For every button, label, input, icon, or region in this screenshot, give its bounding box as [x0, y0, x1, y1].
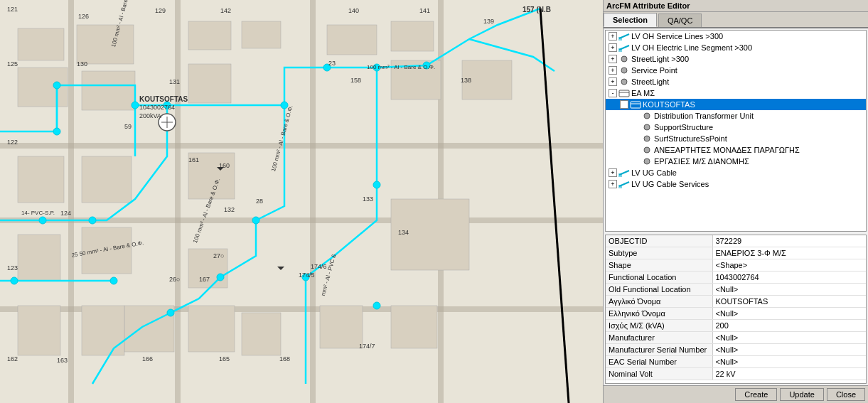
tab-selection[interactable]: Selection	[604, 13, 657, 27]
svg-rect-26	[242, 313, 281, 355]
tree-item[interactable]: +Service Point	[606, 65, 866, 76]
svg-rect-13	[82, 71, 135, 110]
tree-toggle[interactable]: -	[620, 100, 628, 109]
panel-title: ArcFM Attribute Editor	[606, 1, 690, 10]
attr-field: Manufacturer Serial Number	[606, 344, 712, 356]
svg-rect-20	[82, 156, 132, 203]
svg-rect-9	[188, 21, 231, 50]
attr-table: OBJECTID372229SubtypeΕΝΑΕΡΙΟΣ 3-Φ Μ/ΣSha…	[606, 235, 866, 380]
svg-rect-21	[188, 153, 235, 199]
svg-point-50	[11, 277, 18, 284]
create-button[interactable]: Create	[735, 388, 777, 401]
svg-point-37	[281, 102, 288, 109]
svg-point-62	[621, 56, 627, 62]
tree-icon-point	[618, 54, 630, 64]
svg-point-71	[644, 136, 650, 141]
tree-panel[interactable]: +LV OH Service Lines >300+LV OH Electric…	[605, 30, 867, 232]
tree-toggle[interactable]: +	[609, 77, 617, 86]
tree-item[interactable]: +LV UG Cable Services	[606, 178, 866, 190]
attr-row: Manufacturer<Null>	[606, 332, 866, 344]
svg-rect-11	[327, 25, 377, 55]
svg-point-45	[302, 274, 309, 281]
tree-item[interactable]: -KOUTSOFTAS	[606, 99, 866, 110]
svg-rect-61	[618, 48, 622, 52]
svg-marker-57	[277, 267, 284, 270]
svg-rect-25	[188, 306, 235, 352]
svg-rect-29	[18, 306, 60, 355]
map-area[interactable]: 121 126 129 142 140 141 139 157 (N.B 125…	[0, 0, 603, 403]
svg-point-48	[110, 277, 117, 284]
svg-rect-77	[618, 185, 622, 188]
svg-point-72	[644, 147, 650, 153]
svg-point-43	[217, 274, 224, 281]
tree-item-label: StreetLight	[631, 77, 669, 86]
svg-rect-67	[631, 102, 641, 108]
svg-rect-31	[82, 306, 124, 355]
attr-value: 1043002764	[712, 272, 866, 284]
tree-item[interactable]: SupportStructure	[606, 122, 866, 133]
tree-item[interactable]: +LV OH Service Lines >300	[606, 31, 866, 42]
svg-rect-15	[188, 64, 231, 103]
attr-field: Αγγλικό Όνομα	[606, 296, 712, 308]
close-button[interactable]: Close	[827, 388, 865, 401]
svg-point-70	[644, 124, 650, 130]
right-panel: ArcFM Attribute Editor Selection QA/QC +…	[603, 0, 868, 403]
tree-toggle[interactable]: +	[609, 168, 617, 177]
tree-item[interactable]: ΑΝΕΞΑΡΤΗΤΕΣ ΜΟΝΑΔΕΣ ΠΑΡΑΓΩΓΗΣ	[606, 144, 866, 156]
tree-item[interactable]: ΕΡΓΑΣΙΕΣ Μ/Σ ΔΙΑΝΟΜΗΣ	[606, 156, 866, 167]
attr-value: <Null>	[712, 356, 866, 368]
svg-point-40	[323, 64, 331, 71]
attr-field: Old Functional Location	[606, 284, 712, 296]
tree-item[interactable]: SurfStructureSsPoint	[606, 133, 866, 144]
tree-item[interactable]: +LV UG Cable	[606, 167, 866, 178]
svg-point-46	[373, 181, 380, 188]
tree-icon-point	[618, 77, 630, 87]
svg-rect-19	[18, 156, 64, 203]
tree-item-label: ΑΝΕΞΑΡΤΗΤΕΣ ΜΟΝΑΔΕΣ ΠΑΡΑΓΩΓΗΣ	[654, 146, 800, 154]
tree-toggle[interactable]: +	[609, 180, 617, 188]
svg-point-47	[39, 217, 46, 224]
tree-item[interactable]: +StreetLight	[606, 76, 866, 87]
tree-item-label: KOUTSOFTAS	[643, 100, 695, 109]
svg-point-51	[373, 302, 380, 309]
tree-item-label: ΕΡΓΑΣΙΕΣ Μ/Σ ΔΙΑΝΟΜΗΣ	[654, 157, 749, 166]
attr-value: 22 kV	[712, 368, 866, 380]
tree-icon-group	[618, 88, 630, 98]
tree-toggle[interactable]: +	[609, 66, 617, 75]
tree-item[interactable]: -ΕΑ ΜΣ	[606, 87, 866, 99]
tree-item[interactable]: Distribution Transformer Unit	[606, 110, 866, 122]
svg-point-39	[164, 102, 171, 109]
tree-item[interactable]: +StreetLight >300	[606, 53, 866, 65]
attr-row: Functional Location1043002764	[606, 272, 866, 284]
attr-row: Ισχύς Μ/Σ (kVA)200	[606, 320, 866, 332]
svg-rect-17	[462, 60, 512, 100]
svg-rect-18	[391, 199, 469, 270]
tab-qaqc[interactable]: QA/QC	[658, 14, 702, 27]
tree-item-label: LV OH Electric Line Segment >300	[631, 43, 752, 52]
tree-item-label: StreetLight >300	[631, 55, 689, 63]
svg-rect-24	[124, 306, 174, 352]
tree-toggle[interactable]: +	[609, 32, 617, 41]
attr-panel[interactable]: OBJECTID372229SubtypeΕΝΑΕΡΙΟΣ 3-Φ Μ/ΣSha…	[605, 235, 867, 384]
svg-point-36	[53, 82, 60, 89]
attr-row: EAC Serial Number<Null>	[606, 356, 866, 368]
svg-line-52	[540, 9, 569, 403]
tree-item[interactable]: +LV OH Electric Line Segment >300	[606, 42, 866, 53]
attr-field: EAC Serial Number	[606, 356, 712, 368]
attr-field: Manufacturer	[606, 332, 712, 344]
attr-row: Αγγλικό ΌνομαKOUTSOFTAS	[606, 296, 866, 308]
svg-point-64	[621, 79, 627, 85]
tree-icon-line	[618, 179, 630, 189]
attr-row: SubtypeΕΝΑΕΡΙΟΣ 3-Φ Μ/Σ	[606, 247, 866, 259]
attr-field: Subtype	[606, 247, 712, 259]
tree-item-label: SurfStructureSsPoint	[654, 134, 727, 143]
tree-toggle[interactable]: -	[609, 89, 617, 97]
update-button[interactable]: Update	[780, 388, 823, 401]
tree-toggle[interactable]: +	[609, 43, 617, 52]
svg-point-34	[53, 128, 60, 135]
tree-toggle[interactable]: +	[609, 55, 617, 63]
attr-field: Ισχύς Μ/Σ (kVA)	[606, 320, 712, 332]
svg-rect-8	[18, 28, 64, 60]
tree-icon-point	[641, 134, 653, 144]
attr-row: Ελληνικό Όνομα<Null>	[606, 308, 866, 320]
